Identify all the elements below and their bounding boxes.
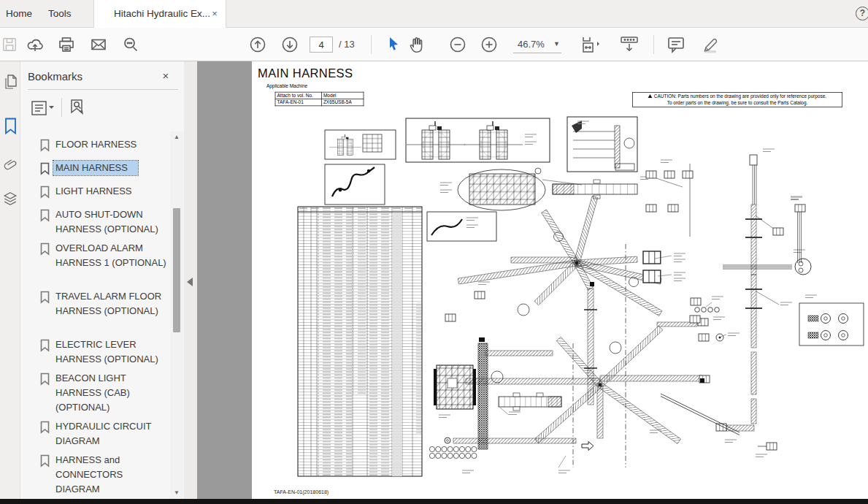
bookmark-item-main-harness[interactable]: MAIN HARNESS <box>39 161 175 175</box>
bookmark-icon <box>39 421 50 437</box>
bookmark-icon <box>39 454 50 470</box>
bookmark-icon <box>39 243 50 259</box>
highlight-icon[interactable] <box>695 28 723 61</box>
attachments-icon[interactable] <box>2 156 18 175</box>
tab-tools[interactable]: Tools <box>38 0 82 28</box>
bookmarks-panel: Bookmarks × FLOOR HARNESS MAIN HARNESS L… <box>20 61 184 499</box>
page-thumbnails-icon[interactable] <box>2 73 18 92</box>
acrobat-window: Home Tools Hitachi Hydraulic Ex... × ? <box>0 0 868 504</box>
panel-toolbar-separator <box>61 98 62 117</box>
share-upload-icon[interactable] <box>24 28 46 61</box>
tab-document[interactable]: Hitachi Hydraulic Ex... × <box>93 0 226 28</box>
collapse-panel-icon[interactable] <box>187 278 193 286</box>
bookmark-item-overload-alarm[interactable]: OVERLOAD ALARM HARNESS 1 (OPTIONAL) <box>39 241 175 270</box>
zoom-in-icon[interactable] <box>478 28 500 61</box>
bookmark-item-travel-alarm[interactable]: TRAVEL ALARM FLOOR HARNESS (OPTIONAL) <box>39 289 175 318</box>
bookmark-icon <box>39 162 50 178</box>
bookmark-item-light-harness[interactable]: LIGHT HARNESS <box>39 184 175 199</box>
comment-icon[interactable] <box>663 28 689 61</box>
panel-edge <box>184 61 197 499</box>
bookmark-icon <box>39 209 50 225</box>
page-fit-icon[interactable] <box>577 28 606 61</box>
tab-home[interactable]: Home <box>0 0 42 28</box>
bookmark-icon <box>39 373 50 389</box>
chevron-down-icon: ▼ <box>553 40 560 47</box>
scrollbar-down-icon[interactable]: ▼ <box>173 489 180 496</box>
bookmark-item-hydraulic-circuit[interactable]: HYDRAULIC CIRCUIT DIAGRAM <box>39 419 175 448</box>
pdf-page[interactable]: MAIN HARNESS Applicable Machine Attach t… <box>252 61 868 499</box>
bookmark-item-harness-connectors[interactable]: HARNESS and CONNECTORS DIAGRAM <box>39 453 175 497</box>
next-page-icon[interactable] <box>279 28 301 61</box>
bookmark-options-icon[interactable] <box>31 99 57 117</box>
tab-bar: Home Tools Hitachi Hydraulic Ex... × ? <box>0 0 868 28</box>
layers-icon[interactable] <box>2 190 18 209</box>
search-icon[interactable] <box>120 28 142 61</box>
previous-page-icon[interactable] <box>247 28 269 61</box>
bookmark-item-beacon-light[interactable]: BEACON LIGHT HARNESS (CAB) (OPTIONAL) <box>39 371 175 415</box>
bookmark-icon <box>39 339 50 355</box>
page-total-label: / 13 <box>339 39 355 50</box>
bookmark-item-auto-shutdown[interactable]: AUTO SHUT-DOWN HARNESS (OPTIONAL) <box>39 207 175 237</box>
print-icon[interactable] <box>55 28 77 61</box>
bookmark-item-floor-harness[interactable]: FLOOR HARNESS <box>39 137 175 152</box>
save-icon[interactable] <box>0 28 20 61</box>
hand-tool-icon[interactable] <box>406 28 428 61</box>
bookmarks-panel-title: Bookmarks <box>28 70 82 83</box>
toolbar-separator <box>653 35 654 54</box>
window-bottom-edge <box>0 499 868 504</box>
tab-close-icon[interactable]: × <box>210 9 220 19</box>
scrollbar-thumb[interactable] <box>173 208 180 332</box>
main-toolbar: / 13 46.7% ▼ <box>0 28 868 61</box>
select-tool-icon[interactable] <box>383 28 404 61</box>
page-number-input[interactable] <box>310 37 333 53</box>
bookmark-item-electric-lever[interactable]: ELECTRIC LEVER HARNESS (OPTIONAL) <box>39 337 175 367</box>
email-icon[interactable] <box>88 28 110 61</box>
expand-current-bookmark-icon[interactable] <box>67 98 88 118</box>
zoom-out-icon[interactable] <box>447 28 469 61</box>
bookmark-icon <box>39 139 50 155</box>
help-icon[interactable]: ? <box>856 7 868 20</box>
panel-divider <box>28 89 178 90</box>
bookmarks-pane-icon[interactable] <box>2 117 18 136</box>
scrollbar-up-icon[interactable]: ▲ <box>173 134 180 140</box>
wiring-diagram <box>252 61 868 499</box>
bookmark-icon <box>39 291 50 307</box>
scroll-mode-icon[interactable] <box>616 28 642 61</box>
bookmarks-close-icon[interactable]: × <box>159 69 172 83</box>
toolbar-separator <box>371 35 372 54</box>
bookmark-icon <box>39 186 50 202</box>
zoom-level-dropdown[interactable]: 46.7% ▼ <box>513 36 561 53</box>
bookmarks-scrollbar[interactable]: ▲ ▼ <box>170 131 183 499</box>
navigation-pane-strip <box>0 61 20 499</box>
page-footer-code: TAFA-EN-01(20180618) <box>274 489 329 495</box>
